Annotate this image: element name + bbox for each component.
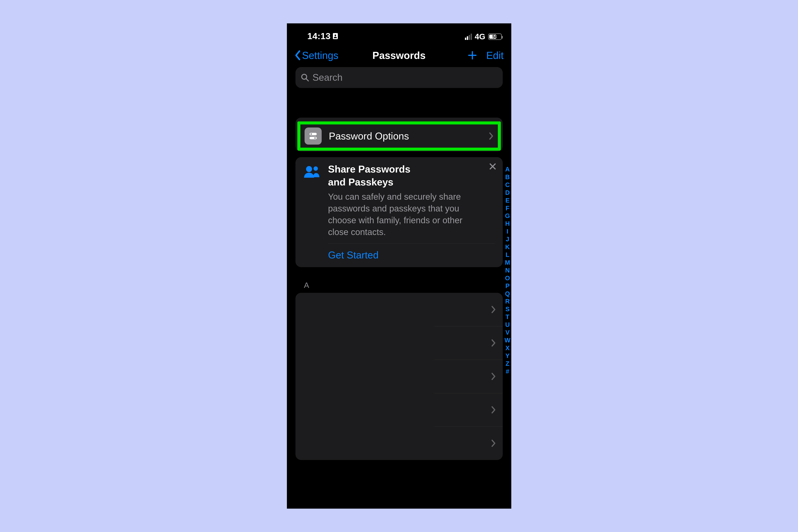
index-letter[interactable]: W xyxy=(505,337,510,344)
list-item[interactable] xyxy=(296,426,503,460)
add-button[interactable] xyxy=(468,51,477,60)
status-right: 4G 58 xyxy=(465,32,501,41)
back-label: Settings xyxy=(302,50,339,61)
people-icon xyxy=(303,163,321,238)
close-button[interactable] xyxy=(488,162,497,171)
share-passwords-card: Share Passwordsand Passkeys You can safe… xyxy=(296,157,503,267)
index-letter[interactable]: P xyxy=(506,282,510,290)
list-item[interactable] xyxy=(296,360,503,393)
index-letter[interactable]: R xyxy=(505,298,510,305)
index-letter[interactable]: E xyxy=(506,197,510,205)
index-letter[interactable]: N xyxy=(505,267,510,274)
list-item[interactable] xyxy=(296,393,503,426)
index-letter[interactable]: I xyxy=(507,228,508,235)
share-description: You can safely and securely share passwo… xyxy=(328,191,482,238)
index-letter[interactable]: Y xyxy=(506,352,510,360)
chevron-right-icon xyxy=(489,132,494,140)
index-letter[interactable]: # xyxy=(506,368,509,376)
back-button[interactable]: Settings xyxy=(294,50,339,61)
index-letter[interactable]: M xyxy=(505,259,510,267)
index-letter[interactable]: J xyxy=(506,235,509,243)
index-letter[interactable]: U xyxy=(505,321,510,329)
network-type: 4G xyxy=(475,32,485,41)
get-started-button[interactable]: Get Started xyxy=(303,244,495,267)
chevron-right-icon xyxy=(491,372,496,381)
svg-point-6 xyxy=(314,137,316,139)
options-card: Password Options xyxy=(296,118,503,151)
password-options-row[interactable]: Password Options xyxy=(299,123,499,149)
list-item[interactable] xyxy=(296,293,503,326)
portrait-lock-icon xyxy=(333,33,338,39)
index-letter[interactable]: T xyxy=(506,313,509,321)
index-letter[interactable]: O xyxy=(505,274,510,282)
chevron-right-icon xyxy=(491,439,496,448)
index-letter[interactable]: Z xyxy=(506,360,509,368)
status-bar: 14:13 4G 58 xyxy=(287,23,511,42)
password-options-label: Password Options xyxy=(329,130,481,142)
index-letter[interactable]: X xyxy=(506,344,510,352)
nav-bar: Settings Passwords Edit xyxy=(287,44,511,67)
chevron-left-icon xyxy=(294,50,301,61)
index-letter[interactable]: K xyxy=(505,243,510,251)
svg-point-0 xyxy=(335,34,336,36)
index-letter[interactable]: D xyxy=(505,189,510,197)
svg-line-2 xyxy=(306,79,308,81)
battery-percent: 58 xyxy=(489,34,501,39)
index-letter[interactable]: H xyxy=(505,220,510,228)
index-letter[interactable]: C xyxy=(505,181,510,189)
share-title: Share Passwordsand Passkeys xyxy=(328,163,482,189)
section-header: A xyxy=(304,281,511,290)
battery-icon: 58 xyxy=(488,34,502,40)
svg-point-7 xyxy=(306,166,312,172)
phone-frame: 14:13 4G 58 Settings Passwords xyxy=(287,23,511,509)
status-time-group: 14:13 xyxy=(307,31,338,41)
list-item[interactable] xyxy=(296,326,503,360)
cellular-signal-icon xyxy=(465,34,472,40)
chevron-right-icon xyxy=(491,406,496,414)
password-list xyxy=(296,293,503,460)
password-options-icon xyxy=(305,128,322,145)
index-letter[interactable]: Q xyxy=(505,290,510,298)
chevron-right-icon xyxy=(491,305,496,314)
index-letter[interactable]: S xyxy=(506,305,510,313)
status-time: 14:13 xyxy=(307,31,331,41)
index-letter[interactable]: G xyxy=(505,212,510,220)
edit-button[interactable]: Edit xyxy=(486,50,504,61)
index-letter[interactable]: V xyxy=(506,329,510,337)
index-letter[interactable]: F xyxy=(506,205,509,212)
search-icon xyxy=(301,73,309,82)
index-letter[interactable]: L xyxy=(506,251,509,259)
alpha-index[interactable]: ABCDEFGHIJKLMNOPQRSTUVWXYZ# xyxy=(505,166,510,375)
plus-icon xyxy=(468,51,477,60)
content-scroll[interactable]: Password Options Share Passwordsand Pass… xyxy=(287,96,511,509)
svg-point-8 xyxy=(314,167,318,171)
svg-point-4 xyxy=(310,133,312,135)
search-input[interactable] xyxy=(312,72,497,83)
index-letter[interactable]: A xyxy=(505,166,510,173)
close-icon xyxy=(488,162,497,171)
index-letter[interactable]: B xyxy=(505,173,510,181)
chevron-right-icon xyxy=(491,339,496,347)
search-field[interactable] xyxy=(296,67,503,88)
